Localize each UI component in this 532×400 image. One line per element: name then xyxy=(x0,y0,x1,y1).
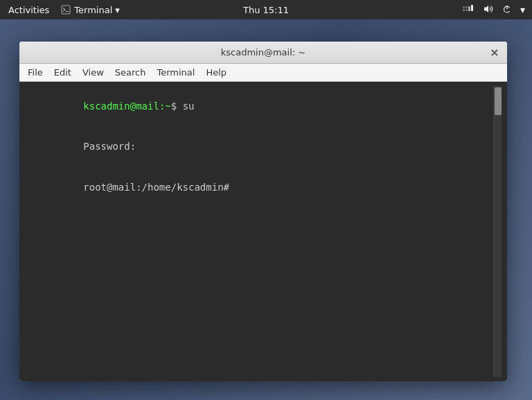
svg-rect-7 xyxy=(471,5,473,11)
svg-rect-3 xyxy=(466,6,468,8)
password-prompt: Password: xyxy=(83,141,136,152)
terminal-line-3: root@mail:/home/kscadmin# xyxy=(25,168,493,209)
prompt-dollar: $ xyxy=(171,101,177,112)
svg-rect-4 xyxy=(463,9,465,11)
terminal-app-icon xyxy=(60,4,71,15)
menu-edit[interactable]: Edit xyxy=(48,66,77,79)
terminal-text: kscadmin@mail:~$ su Password: root@mail:… xyxy=(25,86,493,377)
close-button[interactable]: × xyxy=(488,46,502,60)
svg-rect-0 xyxy=(62,6,70,14)
command-su: su xyxy=(177,101,194,112)
menu-search[interactable]: Search xyxy=(109,66,152,79)
title-bar: kscadmin@mail: ~ × xyxy=(19,42,507,64)
menu-help[interactable]: Help xyxy=(200,66,232,79)
terminal-window: kscadmin@mail: ~ × File Edit View Search… xyxy=(19,42,507,381)
svg-rect-6 xyxy=(468,6,470,11)
terminal-app-label: Terminal xyxy=(74,5,112,15)
window-title: kscadmin@mail: ~ xyxy=(39,47,488,58)
menu-terminal[interactable]: Terminal xyxy=(151,66,200,79)
svg-rect-5 xyxy=(466,9,468,11)
scrollbar-thumb[interactable] xyxy=(495,87,502,115)
terminal-line-2: Password: xyxy=(25,127,493,168)
svg-marker-8 xyxy=(484,6,488,12)
terminal-dropdown-arrow: ▾ xyxy=(115,5,120,15)
network-icon[interactable] xyxy=(461,3,476,17)
power-icon[interactable] xyxy=(501,3,513,17)
settings-dropdown-arrow[interactable]: ▾ xyxy=(519,3,526,17)
topbar-left: Activities Terminal ▾ xyxy=(6,3,120,17)
prompt-at: @ xyxy=(130,101,136,112)
terminal-line-1: kscadmin@mail:~$ su xyxy=(25,86,493,127)
prompt-path: ~ xyxy=(165,101,170,112)
clock: Thu 15:11 xyxy=(243,5,289,15)
root-prompt: root@mail:/home/kscadmin# xyxy=(83,182,229,193)
terminal-inner: kscadmin@mail:~$ su Password: root@mail:… xyxy=(25,86,502,377)
system-topbar: Activities Terminal ▾ Thu 15:11 xyxy=(0,0,532,19)
topbar-right: ▾ xyxy=(461,3,526,17)
menu-file[interactable]: File xyxy=(22,66,48,79)
terminal-content[interactable]: kscadmin@mail:~$ su Password: root@mail:… xyxy=(19,82,507,381)
prompt-username: kscadmin xyxy=(83,101,130,112)
terminal-app-menu[interactable]: Terminal ▾ xyxy=(60,4,119,15)
menu-view[interactable]: View xyxy=(77,66,109,79)
activities-button[interactable]: Activities xyxy=(6,3,52,17)
menu-bar: File Edit View Search Terminal Help xyxy=(19,64,507,82)
prompt-hostname: mail xyxy=(136,101,159,112)
scrollbar[interactable] xyxy=(493,86,502,377)
svg-rect-2 xyxy=(463,6,465,8)
volume-icon[interactable] xyxy=(481,3,495,17)
